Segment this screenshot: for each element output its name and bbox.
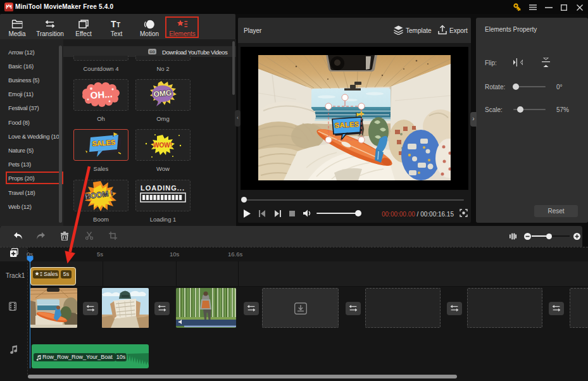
svg-text:WOW!: WOW! (153, 142, 172, 149)
svg-text:OH...: OH... (90, 89, 113, 101)
svg-text:GO: GO (149, 50, 155, 54)
svg-text:SALES: SALES (92, 138, 115, 147)
svg-text:T: T (111, 20, 116, 28)
svg-text:OMG: OMG (153, 89, 172, 99)
svg-text:T: T (116, 22, 120, 28)
svg-text:LOADING...: LOADING... (141, 184, 185, 192)
